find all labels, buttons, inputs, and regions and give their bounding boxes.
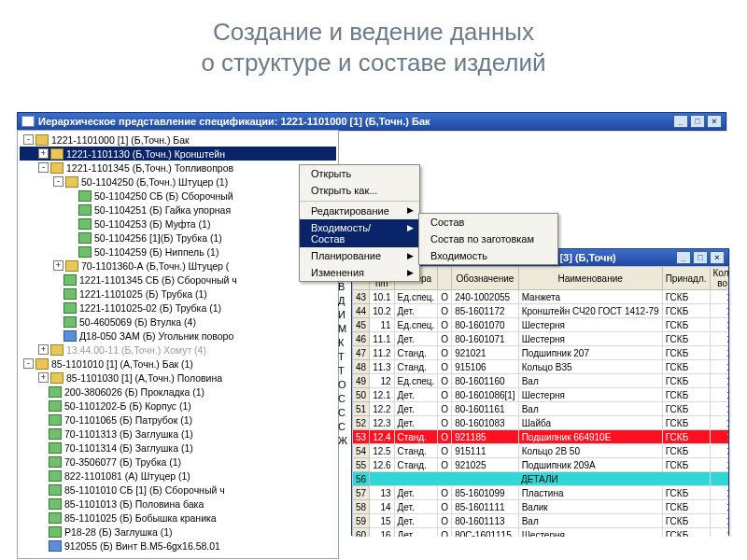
tree-item[interactable]: 1221-1101345 СБ (Б) Сборочный ч	[20, 273, 336, 287]
context-menu[interactable]: ОткрытьОткрыть как...Редактирование▶Вход…	[299, 164, 420, 282]
tree-item[interactable]: Р18-28 (Б) Заглушка (1)	[20, 525, 336, 539]
tree-item[interactable]: -1221-1101345 (Б,Точн.) Топливопров	[20, 161, 336, 175]
table-row[interactable]: 5713Дет.О85-1601099ПластинаГСКБ10.12	[353, 486, 729, 500]
tree-item[interactable]: +1221-1101130 (Б,Точн.) Кронштейн	[20, 147, 336, 161]
table-row[interactable]: 4611.1Дет.О80-1601071ШестерняГСКБ1	[353, 332, 729, 346]
submenu-item[interactable]: Состав по заготовкам	[419, 231, 557, 247]
tree-item[interactable]: 70-3506077 (Б) Трубка (1)	[20, 455, 336, 469]
submenu-item[interactable]: Состав	[419, 214, 557, 231]
table-row[interactable]: 5212.3Дет.О80-1601083ШайбаГСКБ10.06	[353, 416, 729, 430]
menu-item[interactable]: Входимость/Состав▶	[300, 219, 419, 247]
table-row[interactable]: 4310.1Ед.спец.О240-1002055МанжетаГСКБ1	[353, 290, 729, 304]
expander-icon[interactable]: -	[38, 162, 49, 173]
close-icon[interactable]: ×	[710, 251, 725, 264]
tree-item[interactable]: 912055 (Б) Винт В.М5-6gx16.58.01	[20, 539, 336, 553]
row-header[interactable]: 51	[353, 402, 370, 416]
row-header[interactable]: 55	[353, 458, 370, 472]
expander-icon[interactable]: +	[38, 148, 49, 159]
table-row[interactable]: 5512.6Станд.О921025Подшипник 209АГСКБ10.…	[353, 458, 729, 472]
row-header[interactable]: 43	[353, 290, 370, 304]
table-row[interactable]: 4410.2Дет.О85-1601172Кронштейн СЧ20 ГОСТ…	[353, 304, 729, 318]
table-row[interactable]: 4811.3Станд.О915106Кольцо В35ГСКБ10.0073	[353, 360, 729, 374]
tree-item[interactable]: 822-1101081 (А) Штуцер (1)	[20, 469, 336, 483]
menu-item[interactable]: Планирование▶	[300, 247, 419, 264]
tree-item[interactable]: 1221-1101025 (Б) Трубка (1)	[20, 287, 336, 301]
column-header[interactable]: Принадл.	[662, 267, 710, 290]
tree-item[interactable]: 50-1104253 (Б) Муфта (1)	[20, 217, 336, 231]
tree-item[interactable]: 200-3806026 (Б) Прокладка (1)	[20, 385, 336, 399]
row-header[interactable]: 57	[353, 486, 370, 500]
tree-item[interactable]: 85-1101013 (Б) Половина бака	[20, 497, 336, 511]
tree-item[interactable]: 50-1104259 (Б) Ниппель (1)	[20, 245, 336, 259]
tree-item[interactable]: -1221-1101000 [1] (Б,Точн.) Бак	[20, 133, 336, 147]
row-header[interactable]: 48	[353, 360, 370, 374]
minimize-icon[interactable]: _	[676, 251, 691, 264]
table-row[interactable]: 4711.2Станд.О921021Подшипник 207ГСКБ10.2…	[353, 346, 729, 360]
sub-menu[interactable]: СоставСостав по заготовкамВходимость	[418, 213, 558, 265]
table-row[interactable]: 5915Дет.О80-1601113ВалГСКБ12.45	[353, 514, 729, 528]
table-row[interactable]: 56ДЕТАЛИ15.2985	[353, 472, 729, 486]
close-icon[interactable]: ×	[707, 115, 722, 128]
tree-item[interactable]: 70-1101314 (Б) Заглушка (1)	[20, 441, 336, 455]
tree-item[interactable]: Д18-050 ЗАМ (Б) Угольник поворо	[20, 329, 336, 343]
row-header[interactable]: 56	[353, 472, 370, 486]
tree-item[interactable]: 1221-1101025-02 (Б) Трубка (1)	[20, 301, 336, 315]
tree-item[interactable]: +70-1101360-А (Б,Точн.) Штуцер (	[20, 259, 336, 273]
tree-item[interactable]: 70-1101313 (Б) Заглушка (1)	[20, 427, 336, 441]
row-header[interactable]: 54	[353, 444, 370, 458]
tree-item[interactable]: 50-1101202-Б (Б) Корпус (1)	[20, 399, 336, 413]
submenu-item[interactable]: Входимость	[419, 247, 557, 264]
table-row[interactable]: 4511Ед.спец.О80-1601070ШестерняГСКБ11.29…	[353, 318, 729, 332]
tree-item[interactable]: +85-1101030 [1] (А,Точн.) Половина	[20, 371, 336, 385]
column-header[interactable]: Обозначение	[452, 267, 519, 290]
table-row[interactable]: 4912Ед.спец.О80-1601160ВалГСКБ16.0784	[353, 374, 729, 388]
table-row[interactable]: 6016Дет.О80С-1601115ШестерняГСКБ10.51	[353, 528, 729, 538]
minimize-icon[interactable]: _	[673, 115, 688, 128]
row-header[interactable]: 44	[353, 304, 370, 318]
expander-icon[interactable]: -	[53, 176, 63, 187]
row-header[interactable]: 53	[353, 430, 370, 444]
tree-item[interactable]: 50-4605069 (Б) Втулка (4)	[20, 315, 336, 329]
column-header[interactable]: Наименование	[518, 267, 662, 290]
mass-table[interactable]: № п/пЛитераОбозначениеНаименованиеПринад…	[352, 266, 728, 537]
row-header[interactable]: 52	[353, 416, 370, 430]
table-row[interactable]: 5814Дет.О85-1601111ВаликГСКБ10.45	[353, 500, 729, 514]
column-header[interactable]	[438, 267, 452, 290]
tree-item[interactable]: 50-1104251 (Б) Гайка упорная	[20, 203, 336, 217]
tree-item[interactable]: 50-1104250 СБ (Б) Сборочный	[20, 189, 336, 203]
table-row[interactable]: 5312.4Станд.О921185Подшипник 664910ЕГСКБ…	[353, 430, 729, 444]
row-header[interactable]: 50	[353, 388, 370, 402]
tree-item[interactable]: +13.44.00-11 (Б,Точн.) Хомут (4)	[20, 343, 336, 357]
maximize-icon[interactable]: □	[690, 115, 705, 128]
menu-item[interactable]: Изменения▶	[300, 264, 419, 281]
expander-icon[interactable]: +	[38, 372, 49, 383]
row-header[interactable]: 58	[353, 500, 370, 514]
tree-item[interactable]: -85-1101010 [1] (А,Точн.) Бак (1)	[20, 357, 336, 371]
expander-icon[interactable]: +	[38, 344, 49, 355]
row-header[interactable]: 46	[353, 332, 370, 346]
row-header[interactable]: 45	[353, 318, 370, 332]
column-header[interactable]: Кол-во	[710, 267, 728, 290]
expander-icon[interactable]: +	[53, 260, 63, 271]
row-header[interactable]: 60	[353, 528, 370, 538]
menu-item[interactable]: Открыть как...	[300, 182, 419, 199]
expander-icon[interactable]: -	[23, 134, 34, 145]
row-header[interactable]: 47	[353, 346, 370, 360]
table-row[interactable]: 5412.5Станд.О915111Кольцо 2В 50ГСКБ10.01…	[353, 444, 729, 458]
menu-item[interactable]: Открыть	[300, 165, 419, 182]
tree-panel[interactable]: -1221-1101000 [1] (Б,Точн.) Бак+1221-110…	[17, 130, 339, 559]
table-row[interactable]: 5012.1Дет.О80-1601086[1]ШестерняГСКБ13.1	[353, 388, 729, 402]
cell: Вал	[518, 374, 662, 388]
table-row[interactable]: 5112.2Дет.О80-1601161ВалГСКБ12.5	[353, 402, 729, 416]
tree-item[interactable]: 50-1104256 [1](Б) Трубка (1)	[20, 231, 336, 245]
row-header[interactable]: 59	[353, 514, 370, 528]
tree-item[interactable]: 85-1101010 СБ [1] (Б) Сборочный ч	[20, 483, 336, 497]
tree-item[interactable]: -50-1104250 (Б,Точн.) Штуцер (1)	[20, 175, 336, 189]
main-window-titlebar[interactable]: Иерархическое представление спецификации…	[18, 113, 726, 130]
tree-item[interactable]: 70-1101065 (Б) Патрубок (1)	[20, 413, 336, 427]
expander-icon[interactable]: -	[23, 358, 34, 369]
menu-item[interactable]: Редактирование▶	[300, 201, 419, 219]
tree-item[interactable]: 85-1101025 (Б) Бобышка краника	[20, 511, 336, 525]
maximize-icon[interactable]: □	[693, 251, 708, 264]
row-header[interactable]: 49	[353, 374, 370, 388]
